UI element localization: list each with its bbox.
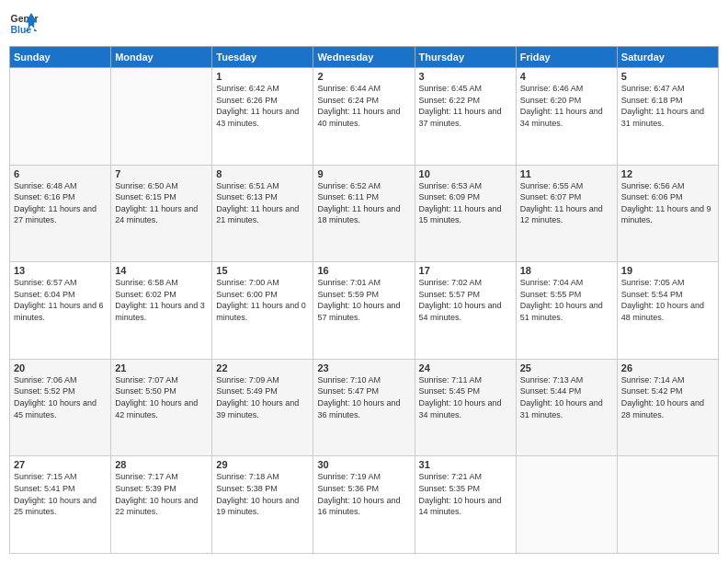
day-number: 3	[419, 71, 512, 82]
calendar-day-11: 11Sunrise: 6:55 AM Sunset: 6:07 PM Dayli…	[516, 165, 617, 262]
day-number: 31	[419, 459, 512, 470]
day-info: Sunrise: 6:47 AM Sunset: 6:18 PM Dayligh…	[621, 83, 714, 129]
calendar-empty	[516, 456, 617, 554]
calendar-week-0: 1Sunrise: 6:42 AM Sunset: 6:26 PM Daylig…	[10, 68, 719, 166]
calendar-week-4: 27Sunrise: 7:15 AM Sunset: 5:41 PM Dayli…	[10, 456, 719, 554]
day-number: 28	[115, 459, 208, 470]
calendar-week-3: 20Sunrise: 7:06 AM Sunset: 5:52 PM Dayli…	[10, 359, 719, 456]
day-number: 19	[621, 265, 714, 276]
day-number: 25	[520, 362, 613, 373]
calendar-day-20: 20Sunrise: 7:06 AM Sunset: 5:52 PM Dayli…	[10, 359, 111, 456]
day-info: Sunrise: 6:44 AM Sunset: 6:24 PM Dayligh…	[317, 83, 410, 129]
day-number: 29	[216, 459, 309, 470]
calendar-day-15: 15Sunrise: 7:00 AM Sunset: 6:00 PM Dayli…	[212, 262, 313, 360]
day-info: Sunrise: 7:18 AM Sunset: 5:38 PM Dayligh…	[216, 471, 309, 517]
calendar-day-5: 5Sunrise: 6:47 AM Sunset: 6:18 PM Daylig…	[617, 68, 718, 166]
day-info: Sunrise: 7:00 AM Sunset: 6:00 PM Dayligh…	[216, 277, 309, 323]
day-number: 4	[520, 71, 613, 82]
day-number: 20	[14, 362, 107, 373]
calendar-day-23: 23Sunrise: 7:10 AM Sunset: 5:47 PM Dayli…	[313, 359, 415, 456]
calendar-day-13: 13Sunrise: 6:57 AM Sunset: 6:04 PM Dayli…	[10, 262, 111, 360]
weekday-header-thursday: Thursday	[415, 47, 516, 68]
day-number: 5	[621, 71, 714, 82]
day-number: 21	[115, 362, 208, 373]
calendar-empty	[111, 68, 212, 166]
day-info: Sunrise: 7:17 AM Sunset: 5:39 PM Dayligh…	[115, 471, 208, 517]
day-number: 16	[317, 265, 410, 276]
day-info: Sunrise: 6:48 AM Sunset: 6:16 PM Dayligh…	[14, 180, 107, 226]
day-info: Sunrise: 7:11 AM Sunset: 5:45 PM Dayligh…	[419, 374, 512, 420]
day-number: 14	[115, 265, 208, 276]
day-info: Sunrise: 6:51 AM Sunset: 6:13 PM Dayligh…	[216, 180, 309, 226]
day-number: 26	[621, 362, 714, 373]
day-info: Sunrise: 7:21 AM Sunset: 5:35 PM Dayligh…	[419, 471, 512, 517]
calendar-day-1: 1Sunrise: 6:42 AM Sunset: 6:26 PM Daylig…	[212, 68, 313, 166]
calendar-day-9: 9Sunrise: 6:52 AM Sunset: 6:11 PM Daylig…	[313, 165, 415, 262]
calendar-day-28: 28Sunrise: 7:17 AM Sunset: 5:39 PM Dayli…	[111, 456, 212, 554]
day-number: 11	[520, 168, 613, 179]
day-number: 17	[419, 265, 512, 276]
day-info: Sunrise: 7:15 AM Sunset: 5:41 PM Dayligh…	[14, 471, 107, 517]
day-info: Sunrise: 7:10 AM Sunset: 5:47 PM Dayligh…	[317, 374, 410, 420]
calendar-week-2: 13Sunrise: 6:57 AM Sunset: 6:04 PM Dayli…	[10, 262, 719, 360]
day-info: Sunrise: 7:05 AM Sunset: 5:54 PM Dayligh…	[621, 277, 714, 323]
calendar-day-16: 16Sunrise: 7:01 AM Sunset: 5:59 PM Dayli…	[313, 262, 415, 360]
calendar-day-6: 6Sunrise: 6:48 AM Sunset: 6:16 PM Daylig…	[10, 165, 111, 262]
day-info: Sunrise: 6:46 AM Sunset: 6:20 PM Dayligh…	[520, 83, 613, 129]
day-info: Sunrise: 7:04 AM Sunset: 5:55 PM Dayligh…	[520, 277, 613, 323]
day-number: 12	[621, 168, 714, 179]
calendar-day-21: 21Sunrise: 7:07 AM Sunset: 5:50 PM Dayli…	[111, 359, 212, 456]
calendar-day-3: 3Sunrise: 6:45 AM Sunset: 6:22 PM Daylig…	[415, 68, 516, 166]
day-info: Sunrise: 6:53 AM Sunset: 6:09 PM Dayligh…	[419, 180, 512, 226]
day-info: Sunrise: 7:09 AM Sunset: 5:49 PM Dayligh…	[216, 374, 309, 420]
calendar-day-29: 29Sunrise: 7:18 AM Sunset: 5:38 PM Dayli…	[212, 456, 313, 554]
logo-icon: General Blue	[9, 9, 39, 39]
day-number: 18	[520, 265, 613, 276]
day-info: Sunrise: 7:02 AM Sunset: 5:57 PM Dayligh…	[419, 277, 512, 323]
day-info: Sunrise: 6:42 AM Sunset: 6:26 PM Dayligh…	[216, 83, 309, 129]
weekday-header-tuesday: Tuesday	[212, 47, 313, 68]
weekday-header-monday: Monday	[111, 47, 212, 68]
page: General Blue SundayMondayTuesdayWednesda…	[0, 0, 728, 563]
day-number: 13	[14, 265, 107, 276]
calendar-day-12: 12Sunrise: 6:56 AM Sunset: 6:06 PM Dayli…	[617, 165, 718, 262]
calendar-day-31: 31Sunrise: 7:21 AM Sunset: 5:35 PM Dayli…	[415, 456, 516, 554]
calendar-day-18: 18Sunrise: 7:04 AM Sunset: 5:55 PM Dayli…	[516, 262, 617, 360]
calendar-day-17: 17Sunrise: 7:02 AM Sunset: 5:57 PM Dayli…	[415, 262, 516, 360]
calendar-day-19: 19Sunrise: 7:05 AM Sunset: 5:54 PM Dayli…	[617, 262, 718, 360]
calendar-day-22: 22Sunrise: 7:09 AM Sunset: 5:49 PM Dayli…	[212, 359, 313, 456]
day-info: Sunrise: 6:56 AM Sunset: 6:06 PM Dayligh…	[621, 180, 714, 226]
calendar-empty	[617, 456, 718, 554]
weekday-header-saturday: Saturday	[617, 47, 718, 68]
calendar-empty	[10, 68, 111, 166]
weekday-header-sunday: Sunday	[10, 47, 111, 68]
day-info: Sunrise: 6:45 AM Sunset: 6:22 PM Dayligh…	[419, 83, 512, 129]
day-number: 6	[14, 168, 107, 179]
calendar-day-8: 8Sunrise: 6:51 AM Sunset: 6:13 PM Daylig…	[212, 165, 313, 262]
logo: General Blue	[9, 9, 39, 39]
calendar-day-7: 7Sunrise: 6:50 AM Sunset: 6:15 PM Daylig…	[111, 165, 212, 262]
calendar-day-4: 4Sunrise: 6:46 AM Sunset: 6:20 PM Daylig…	[516, 68, 617, 166]
day-info: Sunrise: 7:01 AM Sunset: 5:59 PM Dayligh…	[317, 277, 410, 323]
day-number: 24	[419, 362, 512, 373]
day-number: 10	[419, 168, 512, 179]
calendar-day-25: 25Sunrise: 7:13 AM Sunset: 5:44 PM Dayli…	[516, 359, 617, 456]
header: General Blue	[9, 9, 719, 39]
day-number: 15	[216, 265, 309, 276]
calendar-day-2: 2Sunrise: 6:44 AM Sunset: 6:24 PM Daylig…	[313, 68, 415, 166]
calendar-week-1: 6Sunrise: 6:48 AM Sunset: 6:16 PM Daylig…	[10, 165, 719, 262]
weekday-header-friday: Friday	[516, 47, 617, 68]
day-info: Sunrise: 7:19 AM Sunset: 5:36 PM Dayligh…	[317, 471, 410, 517]
calendar-day-10: 10Sunrise: 6:53 AM Sunset: 6:09 PM Dayli…	[415, 165, 516, 262]
day-info: Sunrise: 7:13 AM Sunset: 5:44 PM Dayligh…	[520, 374, 613, 420]
day-info: Sunrise: 6:58 AM Sunset: 6:02 PM Dayligh…	[115, 277, 208, 323]
day-info: Sunrise: 7:14 AM Sunset: 5:42 PM Dayligh…	[621, 374, 714, 420]
day-info: Sunrise: 6:55 AM Sunset: 6:07 PM Dayligh…	[520, 180, 613, 226]
calendar-day-30: 30Sunrise: 7:19 AM Sunset: 5:36 PM Dayli…	[313, 456, 415, 554]
day-number: 2	[317, 71, 410, 82]
calendar-day-24: 24Sunrise: 7:11 AM Sunset: 5:45 PM Dayli…	[415, 359, 516, 456]
day-number: 9	[317, 168, 410, 179]
day-number: 1	[216, 71, 309, 82]
day-number: 27	[14, 459, 107, 470]
day-info: Sunrise: 6:57 AM Sunset: 6:04 PM Dayligh…	[14, 277, 107, 323]
